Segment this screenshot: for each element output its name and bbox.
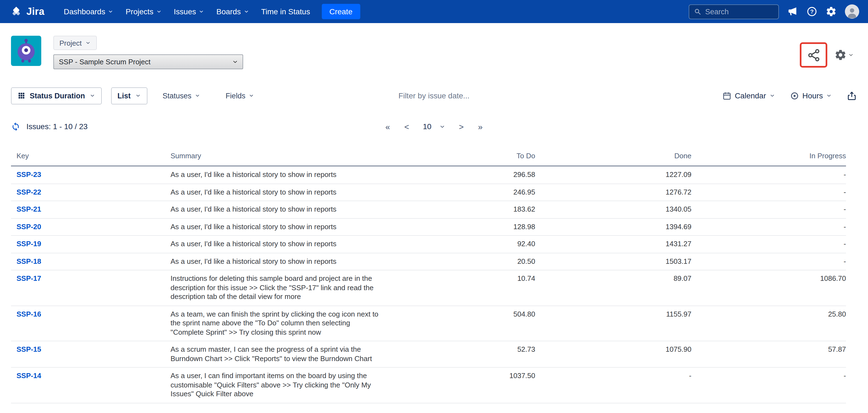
done-value: 1075.90	[535, 341, 691, 367]
issue-key-link[interactable]: SSP-20	[17, 222, 41, 231]
settings-gear-icon[interactable]	[826, 6, 837, 17]
todo-value: 1037.50	[391, 367, 535, 403]
in-progress-value: 25.80	[691, 306, 846, 341]
issue-key-link[interactable]: SSP-23	[17, 170, 41, 179]
nav-item-label: Boards	[216, 7, 241, 16]
column-header-done[interactable]: Done	[535, 145, 691, 166]
column-header-key[interactable]: Key	[11, 145, 170, 166]
todo-value: 504.80	[391, 306, 535, 341]
feedback-megaphone-icon[interactable]	[787, 6, 798, 17]
issue-key-link[interactable]: SSP-22	[17, 188, 41, 196]
chevron-down-icon	[89, 93, 95, 98]
view-dropdown[interactable]: List	[111, 87, 147, 104]
issue-key-link[interactable]: SSP-21	[17, 205, 41, 213]
issue-key-link[interactable]: SSP-19	[17, 240, 41, 248]
export-icon[interactable]	[846, 91, 857, 101]
statuses-dropdown[interactable]: Statuses	[162, 92, 200, 100]
nav-item-boards[interactable]: Boards	[210, 0, 255, 23]
project-select[interactable]: SSP - Sample Scrum Project	[53, 55, 243, 69]
nav-item-time-in-status[interactable]: Time in Status	[255, 0, 316, 23]
in-progress-value: 1086.70	[691, 270, 846, 306]
chevron-down-icon	[108, 9, 114, 14]
search-input[interactable]	[705, 7, 774, 16]
last-page-button[interactable]: »	[474, 122, 487, 131]
chevron-down-icon	[249, 93, 254, 98]
in-progress-value: -	[691, 166, 846, 183]
scope-type-dropdown[interactable]: Project	[53, 36, 97, 50]
issue-key-link[interactable]: SSP-15	[17, 345, 41, 353]
view-label: List	[118, 92, 131, 100]
issue-key-link[interactable]: SSP-16	[17, 310, 41, 318]
issue-summary: As a team, we can finish the sprint by c…	[170, 306, 391, 341]
issue-key-link[interactable]: SSP-14	[17, 372, 41, 380]
first-page-button[interactable]: «	[381, 122, 394, 131]
page-size-value: 10	[423, 122, 431, 131]
chevron-down-icon	[199, 9, 204, 14]
table-row: SSP-23 As a user, I'd like a historical …	[11, 166, 846, 183]
refresh-icon[interactable]	[11, 122, 20, 131]
todo-value: 128.98	[391, 218, 535, 236]
in-progress-value: -	[691, 253, 846, 270]
pagination: « < 10 > »	[381, 122, 487, 131]
column-header-todo[interactable]: To Do	[391, 145, 535, 166]
chevron-down-icon	[848, 52, 854, 58]
project-avatar	[11, 36, 41, 66]
create-button[interactable]: Create	[321, 4, 360, 19]
person-icon	[846, 7, 858, 19]
issue-key-link[interactable]: SSP-18	[17, 257, 41, 265]
search-box[interactable]	[689, 4, 779, 19]
issue-summary: As a user, I can find important items on…	[170, 367, 391, 403]
nav-item-dashboards[interactable]: Dashboards	[58, 0, 120, 23]
report-type-dropdown[interactable]: Status Duration	[11, 87, 101, 104]
nav-item-issues[interactable]: Issues	[168, 0, 210, 23]
svg-text:?: ?	[810, 8, 813, 14]
issue-key-link[interactable]: SSP-17	[17, 274, 41, 282]
issues-count: Issues: 1 - 10 / 23	[26, 122, 88, 131]
page-size-select[interactable]: 10	[420, 122, 448, 131]
fields-label: Fields	[225, 92, 245, 100]
table-row: SSP-15 As a scrum master, I can see the …	[11, 341, 846, 367]
app-root: Jira Dashboards Projects Issues Boards T…	[0, 0, 868, 413]
column-header-summary[interactable]: Summary	[170, 145, 391, 166]
main-menu: Dashboards Projects Issues Boards Time i…	[58, 0, 360, 23]
done-value: 1394.69	[535, 218, 691, 236]
chevron-down-icon	[232, 59, 238, 65]
table-row: SSP-14 As a user, I can find important i…	[11, 367, 846, 403]
done-value: 1503.17	[535, 253, 691, 270]
time-unit-dropdown[interactable]: Hours	[789, 91, 832, 100]
table-row: SSP-16 As a team, we can finish the spri…	[11, 306, 846, 341]
issue-summary: As a user, I'd like a historical story t…	[170, 166, 391, 183]
in-progress-value: -	[691, 218, 846, 236]
done-value: -	[535, 367, 691, 403]
calendar-dropdown[interactable]: Calendar	[722, 91, 775, 100]
jira-logo-text: Jira	[26, 6, 44, 17]
help-icon[interactable]: ?	[806, 6, 817, 17]
chevron-down-icon	[86, 40, 91, 46]
chevron-down-icon	[135, 93, 141, 98]
prev-page-button[interactable]: <	[400, 122, 413, 131]
issue-summary: As a scrum master, I can see the progres…	[170, 341, 391, 367]
gear-icon	[834, 49, 846, 61]
table-row: SSP-18 As a user, I'd like a historical …	[11, 253, 846, 270]
issue-summary: As a user, I'd like a historical story t…	[170, 218, 391, 236]
in-progress-value: -	[691, 201, 846, 218]
report-type-label: Status Duration	[30, 92, 85, 100]
issues-table: Key Summary To Do Done In Progress SSP-2…	[11, 145, 846, 403]
next-page-button[interactable]: >	[455, 122, 468, 131]
fields-dropdown[interactable]: Fields	[225, 92, 254, 100]
issues-bar: Issues: 1 - 10 / 23 « < 10 > »	[0, 119, 868, 134]
settings-menu-button[interactable]	[834, 49, 854, 61]
column-header-in-progress[interactable]: In Progress	[691, 145, 846, 166]
todo-value: 20.50	[391, 253, 535, 270]
project-header: Project SSP - Sample Scrum Project	[0, 23, 868, 69]
share-icon[interactable]	[807, 48, 820, 62]
calendar-icon	[722, 91, 732, 100]
nav-item-projects[interactable]: Projects	[120, 0, 168, 23]
in-progress-value: -	[691, 367, 846, 403]
issue-date-filter-input[interactable]	[371, 91, 497, 100]
user-avatar[interactable]	[845, 4, 859, 19]
chevron-down-icon	[195, 93, 200, 98]
jira-logo-icon	[10, 5, 23, 18]
jira-home-link[interactable]: Jira	[10, 5, 44, 18]
project-avatar-monster-icon	[11, 36, 41, 66]
